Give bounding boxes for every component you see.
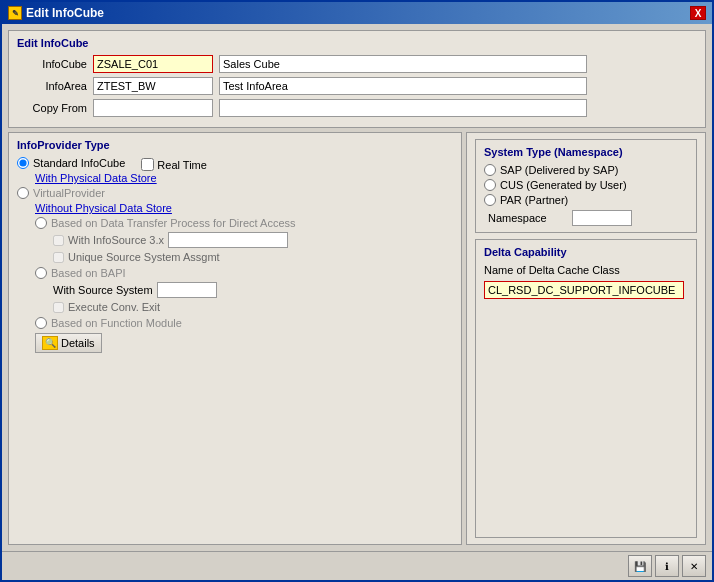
virtual-radio-row: VirtualProvider [17, 187, 453, 199]
window-title: Edit InfoCube [26, 6, 104, 20]
virtual-radio[interactable] [17, 187, 29, 199]
unique-label: Unique Source System Assgmt [68, 251, 220, 263]
exit-button[interactable]: ✕ [682, 555, 706, 577]
details-label: Details [61, 337, 95, 349]
infoarea-label: InfoArea [17, 80, 87, 92]
unique-checkbox [53, 252, 64, 263]
title-left: ✎ Edit InfoCube [8, 6, 104, 20]
par-label: PAR (Partner) [500, 194, 568, 206]
window-icon: ✎ [8, 6, 22, 20]
infosource-input[interactable] [168, 232, 288, 248]
infocube-row: InfoCube [17, 55, 697, 73]
close-button[interactable]: X [690, 6, 706, 20]
infosource-check-row: With InfoSource 3.x [53, 232, 453, 248]
realtime-checkbox[interactable] [141, 158, 154, 171]
standard-radio-row: Standard InfoCube [17, 157, 125, 169]
edit-group-title: Edit InfoCube [17, 37, 697, 49]
bottom-toolbar: 💾 ℹ ✕ [2, 551, 712, 580]
infoprovider-section: InfoProvider Type Standard InfoCube Real… [8, 132, 462, 545]
standard-radio[interactable] [17, 157, 29, 169]
transfer-radio[interactable] [35, 217, 47, 229]
infocube-desc-input[interactable] [219, 55, 587, 73]
cache-class-label: Name of Delta Cache Class [484, 264, 688, 276]
source-system-row: With Source System [53, 282, 453, 298]
standard-realtime-row: Standard InfoCube Real Time [17, 157, 453, 172]
delta-section: Delta Capability Name of Delta Cache Cla… [475, 239, 697, 538]
namespace-label: Namespace [488, 212, 568, 224]
infoarea-input[interactable] [93, 77, 213, 95]
bapi-radio-row: Based on BAPI [35, 267, 453, 279]
infoprovider-title: InfoProvider Type [17, 139, 453, 151]
unique-check-row: Unique Source System Assgmt [53, 251, 453, 263]
infosource-checkbox [53, 235, 64, 246]
par-radio-row: PAR (Partner) [484, 194, 688, 206]
function-radio[interactable] [35, 317, 47, 329]
namespace-input[interactable] [572, 210, 632, 226]
infosource-label: With InfoSource 3.x [68, 234, 164, 246]
conv-exit-row: Execute Conv. Exit [53, 301, 453, 313]
details-icon: 🔍 [42, 336, 58, 350]
cus-label: CUS (Generated by User) [500, 179, 627, 191]
source-system-input[interactable] [157, 282, 217, 298]
infoarea-row: InfoArea [17, 77, 697, 95]
main-sections: InfoProvider Type Standard InfoCube Real… [8, 132, 706, 545]
info-button[interactable]: ℹ [655, 555, 679, 577]
cus-radio-row: CUS (Generated by User) [484, 179, 688, 191]
namespace-row: Namespace [488, 210, 688, 226]
window-content: Edit InfoCube InfoCube InfoArea Copy Fro… [2, 24, 712, 551]
system-type-section: System Type (Namespace) SAP (Delivered b… [475, 139, 697, 233]
system-type-title: System Type (Namespace) [484, 146, 688, 158]
copyfrom-desc-input[interactable] [219, 99, 587, 117]
cus-radio[interactable] [484, 179, 496, 191]
copyfrom-label: Copy From [17, 102, 87, 114]
function-label: Based on Function Module [51, 317, 182, 329]
transfer-radio-row: Based on Data Transfer Process for Direc… [35, 217, 453, 229]
bapi-label: Based on BAPI [51, 267, 126, 279]
copyfrom-input[interactable] [93, 99, 213, 117]
source-system-label: With Source System [53, 284, 153, 296]
conv-exit-label: Execute Conv. Exit [68, 301, 160, 313]
copyfrom-row: Copy From [17, 99, 697, 117]
title-bar: ✎ Edit InfoCube X [2, 2, 712, 24]
sap-radio[interactable] [484, 164, 496, 176]
with-store-link[interactable]: With Physical Data Store [35, 172, 453, 184]
delta-title: Delta Capability [484, 246, 688, 258]
realtime-check-row: Real Time [141, 158, 207, 171]
conv-exit-checkbox [53, 302, 64, 313]
right-sections: System Type (Namespace) SAP (Delivered b… [466, 132, 706, 545]
par-radio[interactable] [484, 194, 496, 206]
sap-label: SAP (Delivered by SAP) [500, 164, 618, 176]
standard-label: Standard InfoCube [33, 157, 125, 169]
delta-class-input[interactable] [484, 281, 684, 299]
infocube-input[interactable] [93, 55, 213, 73]
infoarea-desc-input[interactable] [219, 77, 587, 95]
virtual-label: VirtualProvider [33, 187, 105, 199]
details-button[interactable]: 🔍 Details [35, 333, 102, 353]
infocube-label: InfoCube [17, 58, 87, 70]
edit-infocube-group: Edit InfoCube InfoCube InfoArea Copy Fro… [8, 30, 706, 128]
sap-radio-row: SAP (Delivered by SAP) [484, 164, 688, 176]
main-window: ✎ Edit InfoCube X Edit InfoCube InfoCube… [0, 0, 714, 582]
realtime-label: Real Time [157, 159, 207, 171]
transfer-label: Based on Data Transfer Process for Direc… [51, 217, 296, 229]
function-radio-row: Based on Function Module [35, 317, 453, 329]
without-store-link[interactable]: Without Physical Data Store [35, 202, 453, 214]
save-button[interactable]: 💾 [628, 555, 652, 577]
bapi-radio[interactable] [35, 267, 47, 279]
